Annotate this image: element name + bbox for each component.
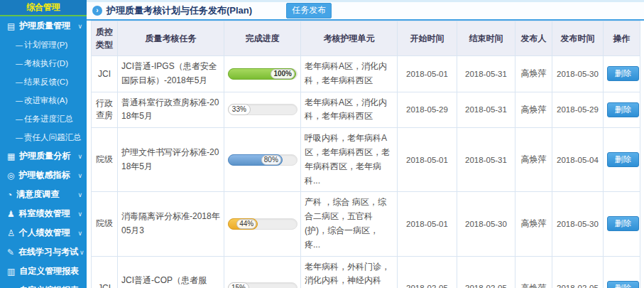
chevron-down-icon: ∨ <box>77 172 82 179</box>
sidebar-item-label: 结果反馈(C) <box>24 77 68 87</box>
delete-button[interactable]: 删除 <box>607 216 639 231</box>
sidebar-group-nursing-quality-mgmt[interactable]: ▤ 护理质量管理 ∨ <box>0 16 87 36</box>
sidebar-item-label: 科室绩效管理 <box>19 208 77 220</box>
delete-button[interactable]: 删除 <box>607 66 639 81</box>
sidebar-item-sensitive-indicators[interactable]: ◎ 护理敏感指标 ∨ <box>0 166 87 185</box>
col-header-progress: 完成进度 <box>224 21 301 56</box>
app-window: 综合管理 ▤ 护理质量管理 ∨ — 计划管理(P) — 考核执行(D) — 结果… <box>0 0 644 288</box>
publish-time-cell: 2018-05-04 <box>552 128 604 192</box>
qc-type-cell: 行政查房 <box>92 92 118 128</box>
sidebar-item-label: 自定义编辑报表 <box>19 284 79 288</box>
chevron-down-icon: ∨ <box>80 249 84 256</box>
table-row: 行政查房 普通科室行政查房标准-2018年5月 33% 老年病科A区，消化内科，… <box>92 92 640 128</box>
dash-bullet-icon: — <box>16 78 23 86</box>
publish-time-cell: 2018-05-30 <box>552 192 604 256</box>
chevron-down-icon: ∨ <box>77 153 82 160</box>
qc-type-cell: JCI <box>92 56 118 92</box>
sidebar-item-label: 计划管理(P) <box>24 40 67 50</box>
page-title: 护理质量考核计划与任务发布(Plan) <box>107 4 252 17</box>
start-date-cell: 2018-05-29 <box>398 92 457 128</box>
table-row: JCI JCI普通-IPGS（患者安全国际目标）-2018年5月 100% 老年… <box>92 56 640 92</box>
edit-report-icon: ▧ <box>7 286 15 288</box>
sidebar-item-improvement-review[interactable]: — 改进审核(A) <box>0 91 87 110</box>
sidebar-item-label: 自定义管理报表 <box>19 265 81 277</box>
chevron-down-icon: ∨ <box>77 230 82 237</box>
chevron-down-icon: ∨ <box>77 210 82 218</box>
delete-button[interactable]: 删除 <box>607 152 639 167</box>
publish-time-cell: 2018-05-30 <box>552 56 604 92</box>
start-date-cell: 2018-02-05 <box>398 256 457 288</box>
sidebar-item-custom-edit-reports[interactable]: ▧ 自定义编辑报表 ∨ <box>0 281 87 288</box>
sidebar-item-label: 满意度调查 <box>16 188 76 201</box>
col-header-publish-time: 发布时间 <box>552 21 604 56</box>
col-header-actions: 操作 <box>604 21 640 56</box>
delete-button[interactable]: 删除 <box>607 102 639 117</box>
end-date-cell: 2018-05-31 <box>457 128 515 192</box>
actions-cell: 删除 <box>604 56 640 92</box>
dash-bullet-icon: — <box>16 41 23 49</box>
sidebar-item-quality-analysis[interactable]: ▦ 护理质量分析 ∨ <box>0 146 87 166</box>
report-icon: ▥ <box>7 267 15 277</box>
task-cell: 消毒隔离评分标准-2018年05月3 <box>118 192 224 256</box>
dash-bullet-icon: — <box>16 97 23 105</box>
publish-time-cell: 2018-05-29 <box>552 92 604 128</box>
progress-bar: 33% <box>228 104 298 115</box>
qc-type-cell: 院级 <box>92 128 118 192</box>
progress-label: 33% <box>229 105 249 114</box>
qc-type-cell: 院级 <box>92 192 118 256</box>
table-row: 院级 消毒隔离评分标准-2018年05月3 44% 产科 ，综合 病区，综合二病… <box>92 192 640 256</box>
dash-bullet-icon: — <box>16 134 23 142</box>
target-icon: ◎ <box>7 171 14 181</box>
sidebar-item-result-feedback[interactable]: — 结果反馈(C) <box>0 73 87 91</box>
delete-button[interactable]: 删除 <box>607 281 639 288</box>
start-date-cell: 2018-05-01 <box>398 56 457 92</box>
sidebar-header: 综合管理 <box>0 0 87 16</box>
sidebar-item-plan-management[interactable]: — 计划管理(P) <box>0 36 87 54</box>
progress-bar: 80% <box>228 154 298 166</box>
sidebar-item-label: 任务进度汇总 <box>24 114 73 124</box>
sidebar-item-responsible-issue-summary[interactable]: — 责任人问题汇总 <box>0 128 87 146</box>
progress-bar: 44% <box>228 218 298 230</box>
progress-bar: 15% <box>228 282 298 288</box>
col-header-task: 质量考核任务 <box>118 21 224 56</box>
dash-bullet-icon: — <box>16 115 23 123</box>
table-row: JCI JCI普通-COP（患者服务）-2018年2月 15% 老年病科，外科门… <box>92 256 640 288</box>
publish-time-cell: 2018-02-05 <box>552 256 604 288</box>
progress-cell: 15% <box>224 256 301 288</box>
publisher-cell: 高焕萍 <box>515 92 552 128</box>
end-date-cell: 2018-05-31 <box>457 92 515 128</box>
units-cell: 老年病科，外科门诊，消化内科，神经内科二，产房，产科一，护理... <box>301 256 398 288</box>
sidebar-item-dept-performance[interactable]: ♟ 科室绩效管理 ∨ <box>0 204 87 223</box>
sidebar-item-custom-mgmt-reports[interactable]: ▥ 自定义管理报表 <box>0 262 87 281</box>
sidebar-group-label: 护理质量管理 <box>19 20 76 32</box>
actions-cell: 删除 <box>604 192 640 256</box>
col-header-end: 结束时间 <box>457 21 515 56</box>
sidebar-item-label: 责任人问题汇总 <box>24 132 82 143</box>
sidebar-item-satisfaction-survey[interactable]: ◔ 满意度调查 ∨ <box>0 185 87 204</box>
sidebar-item-assessment-execution[interactable]: — 考核执行(D) <box>0 54 87 73</box>
task-cell: 护理文件书写评分标准-2018年5月 <box>118 128 224 192</box>
task-publish-button[interactable]: 任务发布 <box>286 3 332 18</box>
progress-label: 44% <box>236 219 256 229</box>
task-cell: JCI普通-COP（患者服务）-2018年2月 <box>118 256 224 288</box>
progress-fill: 33% <box>228 104 251 115</box>
main-content: › 护理质量考核计划与任务发布(Plan) 任务发布 质控类型 质量考核任务 完… <box>87 0 644 288</box>
sidebar-item-task-progress-summary[interactable]: — 任务进度汇总 <box>0 110 87 128</box>
sidebar-item-personal-performance[interactable]: ♙ 个人绩效管理 ∨ <box>0 223 87 242</box>
units-cell: 老年病科A区，消化内科，老年病科西区 <box>301 56 398 92</box>
progress-fill: 15% <box>228 282 249 288</box>
col-header-units: 考核护理单元 <box>301 21 398 56</box>
sidebar-item-online-learning-exam[interactable]: ✎ 在线学习与考试 ∨ <box>0 242 87 262</box>
col-header-qc-type: 质控类型 <box>92 21 118 56</box>
chevron-down-icon: ∨ <box>77 23 82 30</box>
person-icon: ♙ <box>7 228 15 238</box>
progress-bar: 100% <box>228 68 298 80</box>
table-header-row: 质控类型 质量考核任务 完成进度 考核护理单元 开始时间 结束时间 发布人 发布… <box>92 21 640 56</box>
page-header: › 护理质量考核计划与任务发布(Plan) 任务发布 <box>87 2 644 21</box>
sidebar-item-label: 考核执行(D) <box>24 58 68 69</box>
end-date-cell: 2018-05-31 <box>457 56 515 92</box>
document-icon: ▤ <box>7 21 15 31</box>
start-date-cell: 2018-05-01 <box>398 192 457 256</box>
actions-cell: 删除 <box>604 128 640 192</box>
sidebar-item-label: 护理质量分析 <box>19 150 76 162</box>
